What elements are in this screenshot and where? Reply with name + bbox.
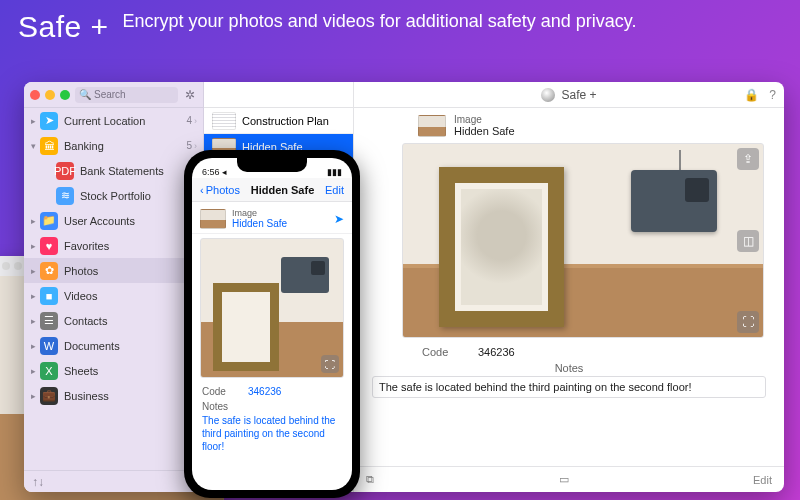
phone-edit-button[interactable]: Edit [325,184,344,196]
disclosure-icon[interactable]: ▸ [28,366,38,376]
main-window: 🔍 Search ✲ ▸➤Current Location4›▾🏛Banking… [24,82,784,492]
disclosure-icon[interactable]: ▸ [28,316,38,326]
crop-icon[interactable]: ◫ [737,230,759,252]
chevron-right-icon: › [194,116,197,126]
contacts-icon: ☰ [40,312,58,330]
chevron-right-icon: › [194,141,197,151]
stocks-icon: ≋ [56,187,74,205]
disclosure-icon[interactable]: ▸ [28,241,38,251]
window-controls[interactable] [30,90,70,100]
sidebar-item-banking[interactable]: ▾🏛Banking5› [24,133,203,158]
detail-photo[interactable]: ⇪ ◫ ⛶ [402,143,764,338]
sidebar-item-label: Contacts [64,315,194,327]
sheet-icon: X [40,362,58,380]
video-icon: ■ [40,287,58,305]
location-icon: ➤ [40,112,58,130]
window-titlebar: Safe + 🔒 ? [354,82,784,108]
photos-icon: ✿ [40,262,58,280]
sidebar-item-business[interactable]: ▸💼Business› [24,383,203,408]
phone-mockup: 6:56 ◂ ▮▮▮ ‹ Photos Hidden Safe Edit Ima… [184,150,360,498]
phone-photo[interactable]: ⛶ [200,238,344,378]
code-value: 346236 [478,346,515,358]
sidebar-item-current-location[interactable]: ▸➤Current Location4› [24,108,203,133]
sidebar-item-count: 5 [186,140,192,151]
help-icon[interactable]: ? [769,88,776,102]
search-input[interactable]: 🔍 Search [75,87,178,103]
sidebar-item-label: Sheets [64,365,194,377]
sidebar-item-bank-statements[interactable]: PDFBank Statements [24,158,203,183]
sidebar-item-label: Bank Statements [80,165,197,177]
minimize-icon[interactable] [45,90,55,100]
list-item[interactable]: Construction Plan [204,108,353,134]
sidebar-item-label: Favorites [64,240,194,252]
phone-type: Image [232,208,328,218]
location-icon[interactable]: ➤ [334,212,344,226]
sidebar: 🔍 Search ✲ ▸➤Current Location4›▾🏛Banking… [24,82,204,492]
phone-name: Hidden Safe [232,218,328,229]
app-icon [541,88,555,102]
phone-time: 6:56 ◂ [202,167,227,177]
disclosure-icon[interactable]: ▸ [28,216,38,226]
share-icon[interactable]: ⇪ [737,148,759,170]
sidebar-item-user-accounts[interactable]: ▸📁User Accounts› [24,208,203,233]
sidebar-item-documents[interactable]: ▸WDocuments› [24,333,203,358]
phone-code-label: Code [202,386,236,397]
zoom-icon[interactable] [60,90,70,100]
sidebar-item-stock-portfolio[interactable]: ≋Stock Portfolio [24,183,203,208]
sidebar-item-label: Documents [64,340,194,352]
copy-icon[interactable]: ⧉ [366,473,374,486]
disclosure-icon[interactable]: ▸ [28,341,38,351]
sidebar-item-label: Photos [64,265,194,277]
fullscreen-icon[interactable]: ⛶ [737,311,759,333]
sidebar-item-favorites[interactable]: ▸♥Favorites› [24,233,203,258]
bank-icon: 🏛 [40,137,58,155]
hero-tagline: Encrypt your photos and videos for addit… [123,10,637,33]
sidebar-item-label: Videos [64,290,194,302]
disclosure-icon[interactable]: ▾ [28,141,38,151]
notes-label: Notes [354,360,784,376]
disclosure-icon[interactable]: ▸ [28,116,38,126]
search-icon: 🔍 [79,89,91,100]
sort-icon[interactable]: ↑↓ [32,475,44,489]
code-label: Code [422,346,462,358]
phone-title: Hidden Safe [251,184,315,196]
disclosure-icon[interactable]: ▸ [28,391,38,401]
disclosure-icon[interactable]: ▸ [28,266,38,276]
app-name: Safe + [18,10,109,44]
back-label: Photos [206,184,240,196]
lock-icon[interactable]: 🔒 [744,88,759,102]
detail-name: Hidden Safe [454,125,515,137]
phone-notes-label: Notes [192,399,352,412]
phone-status-icons: ▮▮▮ [327,167,342,177]
phone-notes-value: The safe is located behind the third pai… [192,412,352,459]
detail-thumbnail [418,115,446,137]
notes-field[interactable]: The safe is located behind the third pai… [372,376,766,398]
close-icon[interactable] [30,90,40,100]
sidebar-item-videos[interactable]: ▸■Videos› [24,283,203,308]
sidebar-item-count: 4 [186,115,192,126]
edit-button[interactable]: Edit [753,474,772,486]
gear-icon[interactable]: ✲ [183,88,197,102]
sidebar-item-label: Banking [64,140,186,152]
sidebar-item-label: Stock Portfolio [80,190,197,202]
detail-type: Image [454,114,515,125]
heart-icon: ♥ [40,237,58,255]
detail-pane: Safe + 🔒 ? Image Hidden Safe ⇪ [354,82,784,492]
item-label: Construction Plan [242,115,329,127]
sidebar-item-label: Business [64,390,194,402]
sidebar-item-label: Current Location [64,115,186,127]
sidebar-item-sheets[interactable]: ▸XSheets› [24,358,203,383]
window-title: Safe + [561,88,596,102]
back-button[interactable]: ‹ Photos [200,184,240,196]
phone-thumbnail [200,209,226,229]
disclosure-icon[interactable]: ▸ [28,291,38,301]
sidebar-item-label: User Accounts [64,215,194,227]
archive-icon[interactable]: ▭ [559,473,569,486]
phone-fullscreen-icon[interactable]: ⛶ [321,355,339,373]
phone-code-value: 346236 [248,386,281,397]
item-thumbnail [212,112,236,130]
briefcase-icon: 💼 [40,387,58,405]
pdf-icon: PDF [56,162,74,180]
sidebar-item-contacts[interactable]: ▸☰Contacts› [24,308,203,333]
sidebar-item-photos[interactable]: ▸✿Photos› [24,258,203,283]
